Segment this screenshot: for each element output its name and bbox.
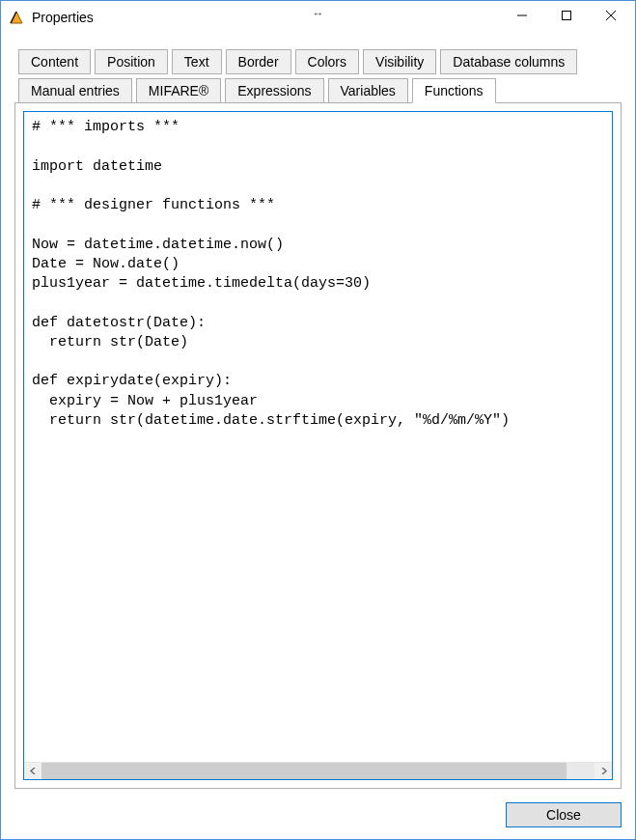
- tab-position[interactable]: Position: [95, 49, 168, 74]
- code-editor[interactable]: # *** imports *** import datetime # *** …: [24, 112, 612, 762]
- tab-database-columns[interactable]: Database columns: [440, 49, 577, 74]
- tab-expressions[interactable]: Expressions: [225, 78, 323, 103]
- scroll-right-icon[interactable]: [595, 763, 612, 779]
- close-button[interactable]: Close: [506, 802, 622, 827]
- horizontal-scrollbar[interactable]: [24, 762, 612, 779]
- code-editor-frame: # *** imports *** import datetime # *** …: [23, 111, 613, 780]
- tab-row-2: Manual entries MIFARE® Expressions Varia…: [14, 78, 622, 103]
- resize-horizontal-icon: ↔: [313, 7, 324, 20]
- svg-rect-1: [563, 12, 571, 20]
- tab-border[interactable]: Border: [226, 49, 291, 74]
- tab-text[interactable]: Text: [172, 49, 222, 74]
- minimize-button[interactable]: [500, 1, 544, 30]
- app-icon: [9, 10, 24, 25]
- tab-mifare[interactable]: MIFARE®: [136, 78, 221, 103]
- scroll-thumb[interactable]: [41, 763, 567, 779]
- scroll-left-icon[interactable]: [24, 763, 41, 779]
- tab-strip: Content Position Text Border Colors Visi…: [14, 49, 622, 102]
- tab-manual-entries[interactable]: Manual entries: [18, 78, 132, 103]
- window-controls: [500, 1, 633, 34]
- scroll-track[interactable]: [41, 763, 595, 779]
- tab-variables[interactable]: Variables: [328, 78, 408, 103]
- client-area: Content Position Text Border Colors Visi…: [1, 34, 635, 839]
- close-window-button[interactable]: [589, 1, 633, 30]
- window-title: Properties: [32, 10, 94, 25]
- tab-content[interactable]: Content: [18, 49, 91, 74]
- tab-panel-functions: # *** imports *** import datetime # *** …: [14, 102, 622, 789]
- maximize-button[interactable]: [544, 1, 589, 30]
- tab-visibility[interactable]: Visibility: [363, 49, 436, 74]
- properties-window: Properties ↔ Content Position Text Borde…: [0, 0, 636, 840]
- titlebar: Properties ↔: [1, 1, 635, 34]
- tab-functions[interactable]: Functions: [412, 78, 496, 103]
- dialog-footer: Close: [14, 789, 622, 827]
- tab-row-1: Content Position Text Border Colors Visi…: [14, 49, 622, 74]
- tab-colors[interactable]: Colors: [295, 49, 359, 74]
